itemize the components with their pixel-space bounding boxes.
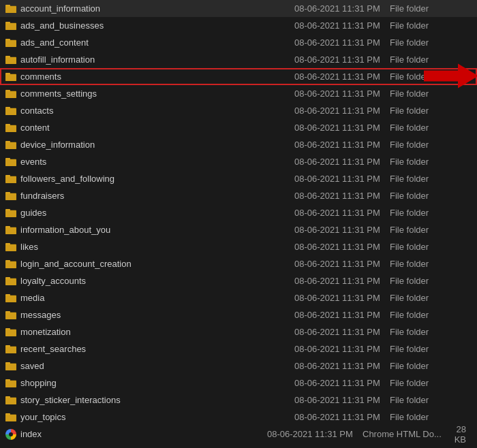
file-row[interactable]: ads_and_businesses08-06-2021 11:31 PMFil… xyxy=(0,17,477,34)
file-date: 08-06-2021 11:31 PM xyxy=(294,89,390,99)
file-row[interactable]: login_and_account_creation08-06-2021 11:… xyxy=(0,255,477,272)
file-row[interactable]: content08-06-2021 11:31 PMFile folder xyxy=(0,119,477,136)
file-date: 08-06-2021 11:31 PM xyxy=(294,327,390,337)
folder-icon xyxy=(5,106,16,115)
svg-rect-71 xyxy=(5,295,16,302)
svg-rect-18 xyxy=(5,74,16,81)
svg-rect-67 xyxy=(5,278,16,285)
file-row[interactable]: autofill_information08-06-2021 11:31 PMF… xyxy=(0,51,477,68)
file-name: saved xyxy=(20,361,294,371)
svg-rect-95 xyxy=(5,398,16,404)
svg-rect-27 xyxy=(5,108,16,115)
file-name: story_sticker_interactions xyxy=(20,395,294,405)
svg-rect-59 xyxy=(5,244,16,251)
svg-rect-83 xyxy=(5,347,16,353)
file-name: your_topics xyxy=(20,412,294,422)
file-name: loyalty_accounts xyxy=(20,276,294,286)
file-name: comments xyxy=(20,71,294,82)
file-date: 08-06-2021 11:31 PM xyxy=(294,344,390,354)
file-row[interactable]: comments08-06-2021 11:31 PMFile folder xyxy=(0,68,477,85)
folder-icon xyxy=(5,157,16,166)
file-row[interactable]: contacts08-06-2021 11:31 PMFile folder xyxy=(0,102,477,119)
file-row[interactable]: recent_searches08-06-2021 11:31 PMFile f… xyxy=(0,340,477,357)
file-name: likes xyxy=(20,242,294,252)
svg-rect-63 xyxy=(5,261,16,268)
file-row[interactable]: media08-06-2021 11:31 PMFile folder xyxy=(0,289,477,306)
file-row[interactable]: account_information08-06-2021 11:31 PMFi… xyxy=(0,0,477,17)
file-name: events xyxy=(20,157,294,167)
file-date: 08-06-2021 11:31 PM xyxy=(294,310,390,320)
folder-icon xyxy=(5,21,16,30)
file-date: 08-06-2021 11:31 PM xyxy=(294,293,390,303)
folder-icon xyxy=(5,4,16,13)
file-row[interactable]: loyalty_accounts08-06-2021 11:31 PMFile … xyxy=(0,272,477,289)
file-list: account_information08-06-2021 11:31 PMFi… xyxy=(0,0,477,448)
file-type: File folder xyxy=(390,412,472,422)
file-type: File folder xyxy=(390,71,472,82)
file-row[interactable]: device_information08-06-2021 11:31 PMFil… xyxy=(0,136,477,153)
folder-icon xyxy=(5,174,16,183)
folder-icon xyxy=(5,345,16,353)
svg-rect-79 xyxy=(5,330,16,336)
file-row[interactable]: messages08-06-2021 11:31 PMFile folder xyxy=(0,306,477,323)
file-date: 08-06-2021 11:31 PM xyxy=(294,412,390,422)
file-type: File folder xyxy=(390,344,472,354)
svg-rect-10 xyxy=(5,40,16,47)
file-name: autofill_information xyxy=(20,54,294,65)
file-row[interactable]: your_topics08-06-2021 11:31 PMFile folde… xyxy=(0,409,477,426)
file-row[interactable]: shopping08-06-2021 11:31 PMFile folder xyxy=(0,374,477,391)
file-row[interactable]: fundraisers08-06-2021 11:31 PMFile folde… xyxy=(0,187,477,204)
file-row[interactable]: monetization08-06-2021 11:31 PMFile fold… xyxy=(0,323,477,340)
file-row[interactable]: followers_and_following08-06-2021 11:31 … xyxy=(0,170,477,187)
file-name: device_information xyxy=(20,140,294,150)
file-type: Chrome HTML Do... xyxy=(363,429,444,439)
file-type: File folder xyxy=(390,327,472,337)
folder-icon xyxy=(5,396,16,404)
file-row[interactable]: events08-06-2021 11:31 PMFile folder xyxy=(0,153,477,170)
file-name: information_about_you xyxy=(20,225,294,235)
file-row[interactable]: index08-06-2021 11:31 PMChrome HTML Do..… xyxy=(0,426,477,443)
svg-rect-99 xyxy=(5,415,16,421)
folder-icon xyxy=(5,72,16,81)
file-date: 08-06-2021 11:31 PM xyxy=(294,395,390,405)
file-name: login_and_account_creation xyxy=(20,259,294,269)
file-date: 08-06-2021 11:31 PM xyxy=(294,20,390,31)
file-type: File folder xyxy=(390,310,472,320)
svg-rect-6 xyxy=(5,23,16,30)
folder-icon xyxy=(5,276,16,285)
file-type: File folder xyxy=(390,276,472,286)
file-name: monetization xyxy=(20,327,294,337)
file-row[interactable]: information_about_you08-06-2021 11:31 PM… xyxy=(0,221,477,238)
file-type: File folder xyxy=(390,191,472,201)
file-type: File folder xyxy=(390,37,472,48)
file-row[interactable]: saved08-06-2021 11:31 PMFile folder xyxy=(0,357,477,374)
folder-icon xyxy=(5,225,16,234)
file-row[interactable]: comments_settings08-06-2021 11:31 PMFile… xyxy=(0,85,477,102)
file-row[interactable]: story_sticker_interactions08-06-2021 11:… xyxy=(0,391,477,409)
svg-rect-23 xyxy=(5,91,16,98)
file-date: 08-06-2021 11:31 PM xyxy=(294,140,390,150)
svg-rect-2 xyxy=(5,6,16,13)
file-date: 08-06-2021 11:31 PM xyxy=(294,37,390,48)
svg-rect-91 xyxy=(5,381,16,387)
file-name: shopping xyxy=(20,378,294,388)
file-date: 08-06-2021 11:31 PM xyxy=(267,429,363,439)
svg-rect-55 xyxy=(5,227,16,234)
file-name: ads_and_content xyxy=(20,37,294,48)
file-name: ads_and_businesses xyxy=(20,20,294,31)
folder-icon xyxy=(5,208,16,217)
file-date: 08-06-2021 11:31 PM xyxy=(294,123,390,133)
folder-icon xyxy=(5,38,16,47)
file-type: File folder xyxy=(390,174,472,184)
file-type: File folder xyxy=(390,123,472,133)
file-row[interactable]: likes08-06-2021 11:31 PMFile folder xyxy=(0,238,477,255)
file-date: 08-06-2021 11:31 PM xyxy=(294,157,390,167)
file-row[interactable]: ads_and_content08-06-2021 11:31 PMFile f… xyxy=(0,34,477,51)
file-type: File folder xyxy=(390,378,472,388)
file-type: File folder xyxy=(390,395,472,405)
folder-icon xyxy=(5,140,16,149)
folder-icon xyxy=(5,89,16,98)
svg-rect-47 xyxy=(5,193,16,200)
file-date: 08-06-2021 11:31 PM xyxy=(294,191,390,201)
file-row[interactable]: guides08-06-2021 11:31 PMFile folder xyxy=(0,204,477,221)
